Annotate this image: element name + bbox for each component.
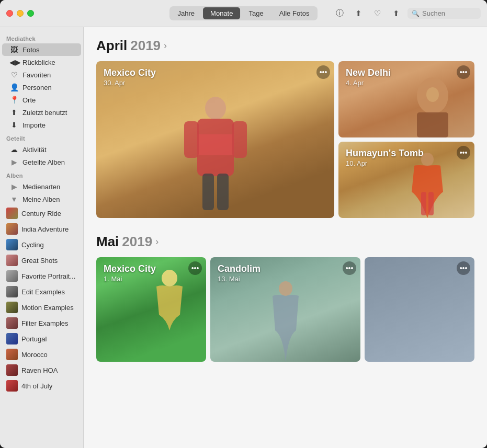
sidebar-item-favorite-portrait[interactable]: Favorite Portrait... — [2, 268, 81, 284]
svg-point-13 — [162, 270, 177, 286]
sidebar-item-century-ride[interactable]: Century Ride — [2, 205, 81, 221]
sidebar-label-favoriten: Favoriten — [22, 71, 76, 79]
content-area: April 2019 › Mexico City 30. Apr — [84, 27, 487, 448]
sidebar-label-raven-hoa: Raven HOA — [21, 366, 76, 374]
photo-card-new-delhi[interactable]: New Delhi 4. Apr ••• — [338, 61, 474, 137]
photo-card-humayun[interactable]: Humayun's Tomb 10. Apr ••• — [338, 142, 474, 218]
sidebar-item-personen[interactable]: 👤 Personen — [2, 81, 81, 94]
sidebar-item-edit-examples[interactable]: Edit Examples — [2, 284, 81, 300]
new-delhi-more-btn[interactable]: ••• — [457, 65, 470, 79]
close-button[interactable] — [6, 10, 13, 17]
photo-grid-mai: Mexico City 1. Mai ••• Candolim — [96, 257, 474, 362]
svg-rect-6 — [217, 174, 229, 210]
mexico-city-date: 30. Apr — [104, 79, 156, 87]
album-thumb-great — [6, 255, 18, 266]
sidebar-label-orte: Orte — [22, 96, 76, 104]
app-window: Jahre Monate Tage Alle Fotos ⓘ ⬆ ♡ ⬆ 🔍 M… — [0, 0, 487, 448]
tab-monate[interactable]: Monate — [203, 7, 240, 19]
sidebar-label-4th-of-july: 4th of July — [21, 382, 76, 390]
photo-card-mexico-city[interactable]: Mexico City 30. Apr — [96, 61, 334, 218]
sidebar-item-aktivitat[interactable]: ☁ Aktivität — [2, 143, 81, 156]
medienarten-expand-icon: ▶ — [9, 182, 19, 191]
sidebar-item-importe[interactable]: ⬇ Importe — [2, 119, 81, 131]
tab-tage[interactable]: Tage — [241, 7, 270, 19]
sidebar-item-india-adventure[interactable]: India Adventure — [2, 221, 81, 237]
photo-grid-right: New Delhi 4. Apr ••• — [338, 61, 474, 218]
search-input[interactable] — [422, 9, 477, 17]
toolbar-right: ⓘ ⬆ ♡ ⬆ 🔍 — [332, 6, 481, 21]
mexico-city-name: Mexico City — [104, 67, 156, 78]
sidebar-label-meine-alben: Meine Alben — [22, 196, 76, 203]
meine-alben-expand-icon: ▼ — [9, 195, 19, 203]
heart-button[interactable]: ♡ — [370, 6, 384, 21]
sidebar-label-aktivitat: Aktivität — [22, 146, 76, 154]
album-thumb-filter — [6, 317, 18, 329]
sidebar-item-raven-hoa[interactable]: Raven HOA — [2, 362, 81, 378]
export-button[interactable]: ⬆ — [389, 6, 403, 21]
sidebar-item-meine-alben[interactable]: ▼ Meine Alben — [2, 193, 81, 205]
mexico-city-more-btn[interactable]: ••• — [316, 65, 330, 79]
search-icon: 🔍 — [412, 10, 420, 17]
month-header-april[interactable]: April 2019 › — [96, 38, 474, 54]
tab-alle-fotos[interactable]: Alle Fotos — [272, 7, 317, 19]
tab-jahre[interactable]: Jahre — [171, 7, 202, 19]
new-delhi-date: 4. Apr — [346, 79, 391, 87]
mexico-city2-figure — [149, 268, 190, 330]
new-delhi-figure — [401, 75, 464, 137]
sidebar-item-fotos[interactable]: 🖼 Fotos — [2, 43, 81, 56]
sidebar-label-personen: Personen — [22, 84, 76, 91]
new-delhi-label: New Delhi 4. Apr — [346, 67, 391, 87]
sidebar-label-ruckblicke: Rückblicke — [22, 59, 76, 66]
sidebar-item-zuletzt[interactable]: ⬆ Zuletzt benutzt — [2, 106, 81, 119]
favoriten-icon: ♡ — [9, 71, 19, 79]
humayun-more-btn[interactable]: ••• — [457, 146, 470, 159]
sidebar-item-motion-examples[interactable]: Motion Examples — [2, 300, 81, 315]
sidebar-item-portugal[interactable]: Portugal — [2, 331, 81, 347]
photo-card-candolim[interactable]: Candolim 13. Mai ••• — [210, 257, 360, 362]
sidebar-section-mediathek: Mediathek — [0, 31, 83, 43]
sidebar-label-favorite-portrait: Favorite Portrait... — [21, 272, 76, 280]
sidebar-item-cycling[interactable]: Cycling — [2, 237, 81, 252]
sidebar-section-geteilt: Geteilt — [0, 131, 83, 143]
minimize-button[interactable] — [17, 10, 24, 17]
sidebar-label-motion-examples: Motion Examples — [21, 304, 76, 312]
traffic-lights — [6, 10, 34, 17]
month-chevron-mai: › — [155, 236, 158, 247]
mystery-more-btn[interactable]: ••• — [457, 261, 470, 275]
view-tabs: Jahre Monate Tage Alle Fotos — [169, 6, 318, 20]
svg-point-9 — [426, 87, 439, 102]
sidebar-label-morocco: Morocco — [21, 351, 76, 359]
svg-rect-12 — [428, 192, 434, 215]
candolim-more-btn[interactable]: ••• — [343, 261, 356, 275]
photo-card-mexico-city2[interactable]: Mexico City 1. Mai ••• — [96, 257, 206, 362]
sidebar-item-favoriten[interactable]: ♡ Favoriten — [2, 68, 81, 81]
sidebar-item-orte[interactable]: 📍 Orte — [2, 94, 81, 106]
album-thumb-century — [6, 208, 18, 219]
search-bar: 🔍 — [407, 8, 481, 19]
sidebar-item-4th-of-july[interactable]: 4th of July — [2, 378, 81, 394]
toolbar-tabs: Jahre Monate Tage Alle Fotos — [169, 6, 318, 20]
info-button[interactable]: ⓘ — [332, 6, 347, 21]
humayun-figure — [401, 150, 454, 218]
sidebar-item-medienarten[interactable]: ▶ Medienarten — [2, 180, 81, 193]
month-header-mai[interactable]: Mai 2019 › — [96, 234, 474, 250]
candolim-name: Candolim — [218, 263, 261, 274]
sidebar-item-great-shots[interactable]: Great Shots — [2, 252, 81, 268]
sidebar-item-morocco[interactable]: Morocco — [2, 347, 81, 362]
sidebar-item-geteilte-alben[interactable]: ▶ Geteilte Alben — [2, 156, 81, 168]
svg-rect-5 — [202, 174, 214, 210]
album-thumb-edit — [6, 286, 18, 297]
sidebar-item-filter-examples[interactable]: Filter Examples — [2, 315, 81, 331]
mexico-city2-more-btn[interactable]: ••• — [188, 261, 202, 275]
mexico-city-figure — [168, 93, 263, 218]
share-button[interactable]: ⬆ — [351, 6, 366, 21]
maximize-button[interactable] — [27, 10, 34, 17]
sidebar-item-ruckblicke[interactable]: ◀▶ Rückblicke — [2, 56, 81, 68]
sidebar-label-century-ride: Century Ride — [21, 210, 76, 217]
album-thumb-portugal — [6, 333, 18, 344]
ruckblicke-icon: ◀▶ — [9, 58, 19, 66]
svg-point-10 — [421, 153, 434, 166]
sidebar-label-filter-examples: Filter Examples — [21, 319, 76, 327]
importe-icon: ⬇ — [9, 121, 19, 129]
photo-card-mystery[interactable]: ••• — [365, 257, 474, 362]
